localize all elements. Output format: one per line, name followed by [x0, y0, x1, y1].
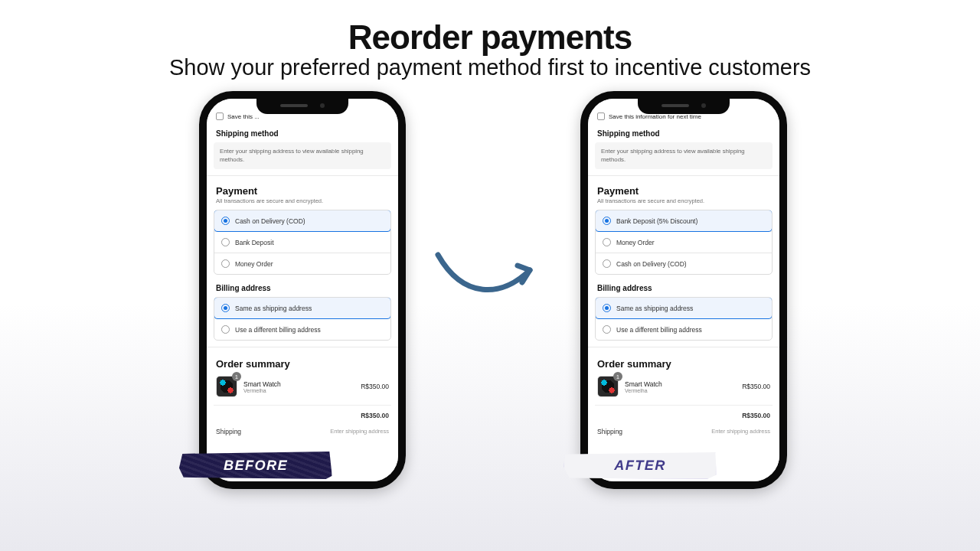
payment-option-label: Bank Deposit (5% Discount)	[616, 217, 697, 225]
arrow-icon	[429, 244, 551, 305]
radio-icon	[603, 259, 611, 268]
divider	[588, 347, 779, 347]
radio-icon	[603, 325, 611, 334]
payment-option-label: Cash on Delivery (COD)	[235, 217, 305, 225]
divider	[207, 347, 398, 347]
billing-option-diff[interactable]: Use a different billing address	[214, 318, 390, 340]
shipping-row: Shipping Enter shipping address	[214, 425, 391, 435]
radio-icon	[221, 217, 230, 225]
billing-options: Same as shipping address Use a different…	[214, 297, 391, 341]
page-title: Reorder payments	[0, 18, 980, 57]
shipping-hint: Enter shipping address	[330, 428, 389, 435]
product-name: Smart Watch	[243, 380, 354, 388]
speaker-icon	[662, 104, 689, 107]
save-info-row[interactable]: Save this ...	[214, 112, 391, 126]
phone-after: Save this information for next time Ship…	[580, 91, 787, 489]
order-item-row: 1 Smart Watch Vermelha R$350.00	[595, 374, 773, 399]
camera-icon	[701, 103, 706, 108]
subtotal-amount: R$350.00	[361, 412, 389, 419]
payment-option-label: Money Order	[235, 260, 273, 268]
shipping-label: Shipping	[216, 428, 241, 435]
after-badge-text: AFTER	[614, 458, 666, 474]
payment-option-label: Money Order	[616, 239, 655, 246]
subtotal-amount: R$350.00	[742, 412, 770, 419]
radio-icon	[603, 238, 611, 246]
checkbox-icon[interactable]	[216, 112, 224, 120]
subtotal-row: R$350.00	[595, 405, 773, 419]
shipping-note: Enter your shipping address to view avai…	[214, 142, 391, 169]
payment-option-bank[interactable]: Bank Deposit	[214, 231, 390, 253]
shipping-method-title: Shipping method	[595, 126, 773, 142]
payment-title: Payment	[214, 182, 391, 197]
divider	[588, 175, 779, 176]
billing-option-label: Use a different billing address	[235, 326, 321, 334]
billing-option-same[interactable]: Same as shipping address	[214, 297, 391, 319]
product-price: R$350.00	[742, 383, 770, 390]
shipping-hint: Enter shipping address	[711, 428, 770, 435]
comparison-stage: Save this ... Shipping method Enter your…	[0, 91, 980, 535]
radio-icon	[221, 259, 230, 268]
radio-icon	[221, 304, 230, 312]
shipping-row: Shipping Enter shipping address	[595, 425, 773, 435]
phone-before: Save this ... Shipping method Enter your…	[199, 91, 406, 489]
billing-options: Same as shipping address Use a different…	[595, 297, 773, 341]
product-name: Smart Watch	[625, 380, 736, 388]
billing-title: Billing address	[595, 275, 773, 297]
payment-options: Bank Deposit (5% Discount) Money Order C…	[595, 210, 773, 275]
phone-notch	[638, 97, 730, 114]
checkout-screen: Save this information for next time Ship…	[588, 99, 779, 481]
radio-icon	[221, 238, 230, 246]
subtotal-row: R$350.00	[214, 405, 391, 419]
order-item-row: 1 Smart Watch Vermelha R$350.00	[214, 374, 391, 399]
order-summary-title: Order summary	[214, 354, 391, 374]
page-subtitle: Show your preferred payment method first…	[0, 55, 980, 80]
payment-option-cod[interactable]: Cash on Delivery (COD)	[596, 253, 772, 274]
before-badge: BEFORE	[179, 452, 333, 479]
payment-option-label: Bank Deposit	[235, 239, 274, 246]
product-thumbnail: 1	[216, 376, 237, 397]
payment-option-bank[interactable]: Bank Deposit (5% Discount)	[595, 210, 773, 232]
payment-title: Payment	[595, 182, 773, 197]
payment-options: Cash on Delivery (COD) Bank Deposit Mone…	[214, 210, 391, 275]
shipping-label: Shipping	[597, 428, 622, 435]
product-variant: Vermelha	[625, 388, 736, 393]
qty-badge: 1	[613, 372, 622, 381]
product-price: R$350.00	[361, 383, 389, 390]
payment-option-label: Cash on Delivery (COD)	[616, 260, 687, 268]
payment-option-cod[interactable]: Cash on Delivery (COD)	[214, 210, 391, 232]
shipping-note: Enter your shipping address to view avai…	[595, 142, 773, 169]
speaker-icon	[280, 104, 308, 107]
save-info-label: Save this ...	[227, 113, 260, 120]
save-info-row[interactable]: Save this information for next time	[595, 112, 773, 126]
radio-icon	[603, 304, 611, 312]
payment-option-money-order[interactable]: Money Order	[596, 231, 772, 253]
payment-option-money-order[interactable]: Money Order	[214, 253, 390, 274]
phone-notch	[256, 97, 348, 114]
order-summary-title: Order summary	[595, 354, 773, 374]
billing-option-label: Same as shipping address	[235, 305, 312, 312]
page-heading: Reorder payments Show your preferred pay…	[0, 0, 980, 80]
divider	[207, 175, 398, 176]
billing-option-label: Use a different billing address	[616, 326, 702, 334]
billing-option-label: Same as shipping address	[616, 305, 693, 312]
before-badge-text: BEFORE	[224, 458, 288, 474]
billing-title: Billing address	[214, 275, 391, 297]
radio-icon	[603, 217, 611, 225]
payment-subtitle: All transactions are secure and encrypte…	[595, 197, 773, 210]
product-thumbnail: 1	[597, 376, 619, 397]
after-badge: AFTER	[564, 452, 717, 479]
billing-option-same[interactable]: Same as shipping address	[595, 297, 773, 319]
product-variant: Vermelha	[243, 388, 354, 393]
camera-icon	[320, 103, 325, 108]
radio-icon	[221, 325, 230, 334]
payment-subtitle: All transactions are secure and encrypte…	[214, 197, 391, 210]
checkbox-icon[interactable]	[597, 112, 605, 120]
checkout-screen: Save this ... Shipping method Enter your…	[207, 99, 398, 481]
billing-option-diff[interactable]: Use a different billing address	[596, 318, 772, 340]
shipping-method-title: Shipping method	[214, 126, 391, 142]
qty-badge: 1	[232, 372, 241, 381]
